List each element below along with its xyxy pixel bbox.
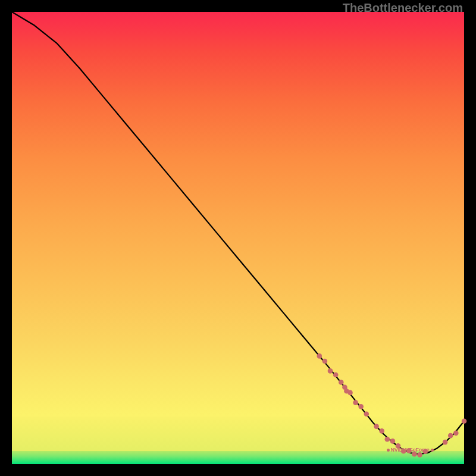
- annotation-dot-left: [387, 449, 390, 452]
- data-point: [339, 380, 344, 385]
- scatter-points: [317, 353, 467, 458]
- data-point: [328, 368, 333, 374]
- data-point: [353, 400, 358, 405]
- data-point: [385, 437, 390, 442]
- data-point: [417, 452, 422, 458]
- data-point: [358, 404, 364, 409]
- bottleneck-curve: [12, 12, 464, 454]
- data-point: [379, 428, 384, 434]
- data-point: [390, 439, 396, 444]
- curve-svg: [12, 12, 464, 464]
- data-point: [443, 440, 448, 445]
- annotation-text: NVIDIA GeForce: [391, 447, 430, 453]
- data-point: [364, 411, 369, 416]
- data-point: [342, 385, 347, 390]
- data-point: [453, 431, 459, 436]
- chart-container: TheBottlenecker.com NVIDIA GeForce: [0, 0, 476, 476]
- data-point: [462, 419, 467, 424]
- data-point: [322, 359, 328, 364]
- data-point: [374, 424, 379, 429]
- series-annotation: NVIDIA GeForce: [387, 447, 434, 453]
- data-point: [448, 433, 453, 439]
- annotation-dot-right: [431, 449, 434, 452]
- data-point: [317, 353, 322, 359]
- plot-area: NVIDIA GeForce: [12, 12, 464, 464]
- data-point: [347, 390, 353, 396]
- data-point: [333, 372, 339, 378]
